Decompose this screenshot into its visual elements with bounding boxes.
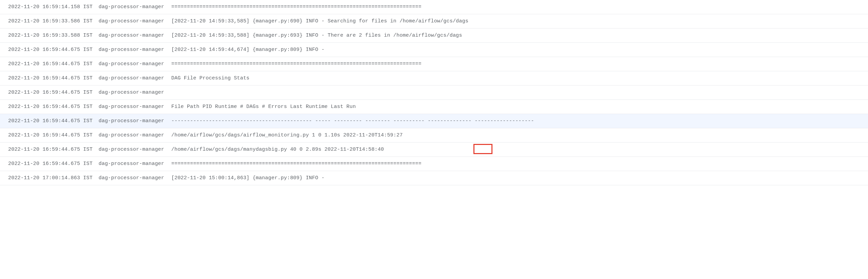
log-message: ----------------------------------------… [171,114,868,128]
log-timestamp: 2022-11-20 17:00:14.863 IST [0,171,99,185]
log-timestamp: 2022-11-20 16:59:44.675 IST [0,57,99,71]
log-row[interactable]: 2022-11-20 16:59:44.675 ISTdag-processor… [0,86,868,100]
log-source: dag-processor-manager [99,157,171,171]
log-row[interactable]: 2022-11-20 16:59:44.675 ISTdag-processor… [0,114,868,128]
log-message: [2022-11-20 14:59:44,674] {manager.py:80… [171,43,868,57]
log-message: [2022-11-20 15:00:14,863] {manager.py:80… [171,171,868,185]
log-message: [2022-11-20 14:59:33,585] {manager.py:69… [171,14,868,29]
log-source: dag-processor-manager [99,14,171,29]
log-timestamp: 2022-11-20 16:59:44.675 IST [0,86,99,100]
log-source: dag-processor-manager [99,57,171,71]
log-row[interactable]: 2022-11-20 16:59:44.675 ISTdag-processor… [0,57,868,71]
log-timestamp: 2022-11-20 16:59:44.675 IST [0,71,99,86]
log-message [171,86,868,100]
log-message: /home/airflow/gcs/dags/manydagsbig.py 40… [171,143,868,157]
log-timestamp: 2022-11-20 16:59:33.588 IST [0,29,99,43]
log-timestamp: 2022-11-20 16:59:44.675 IST [0,100,99,114]
log-table: 2022-11-20 16:59:14.158 ISTdag-processor… [0,0,868,185]
highlight-box [473,144,492,154]
log-timestamp: 2022-11-20 16:59:44.675 IST [0,128,99,143]
log-row[interactable]: 2022-11-20 16:59:44.675 ISTdag-processor… [0,143,868,157]
log-row[interactable]: 2022-11-20 16:59:44.675 ISTdag-processor… [0,43,868,57]
log-row[interactable]: 2022-11-20 16:59:44.675 ISTdag-processor… [0,100,868,114]
log-source: dag-processor-manager [99,128,171,143]
log-message: [2022-11-20 14:59:33,588] {manager.py:69… [171,29,868,43]
log-message: /home/airflow/gcs/dags/airflow_monitorin… [171,128,868,143]
log-timestamp: 2022-11-20 16:59:44.675 IST [0,157,99,171]
log-timestamp: 2022-11-20 16:59:44.675 IST [0,43,99,57]
log-row[interactable]: 2022-11-20 16:59:33.588 ISTdag-processor… [0,29,868,43]
log-row[interactable]: 2022-11-20 17:00:14.863 ISTdag-processor… [0,171,868,185]
log-source: dag-processor-manager [99,114,171,128]
log-message: DAG File Processing Stats [171,71,868,86]
log-message: File Path PID Runtime # DAGs # Errors La… [171,100,868,114]
log-source: dag-processor-manager [99,29,171,43]
log-row[interactable]: 2022-11-20 16:59:33.586 ISTdag-processor… [0,14,868,29]
log-source: dag-processor-manager [99,0,171,14]
log-message: ========================================… [171,157,868,171]
log-message: ========================================… [171,57,868,71]
log-source: dag-processor-manager [99,100,171,114]
log-row[interactable]: 2022-11-20 16:59:44.675 ISTdag-processor… [0,71,868,86]
log-row[interactable]: 2022-11-20 16:59:44.675 ISTdag-processor… [0,128,868,143]
log-row[interactable]: 2022-11-20 16:59:14.158 ISTdag-processor… [0,0,868,14]
log-source: dag-processor-manager [99,171,171,185]
log-row[interactable]: 2022-11-20 16:59:44.675 ISTdag-processor… [0,157,868,171]
log-timestamp: 2022-11-20 16:59:33.586 IST [0,14,99,29]
log-timestamp: 2022-11-20 16:59:14.158 IST [0,0,99,14]
log-source: dag-processor-manager [99,86,171,100]
log-source: dag-processor-manager [99,143,171,157]
log-timestamp: 2022-11-20 16:59:44.675 IST [0,143,99,157]
log-source: dag-processor-manager [99,43,171,57]
log-message: ========================================… [171,0,868,14]
log-source: dag-processor-manager [99,71,171,86]
log-timestamp: 2022-11-20 16:59:44.675 IST [0,114,99,128]
